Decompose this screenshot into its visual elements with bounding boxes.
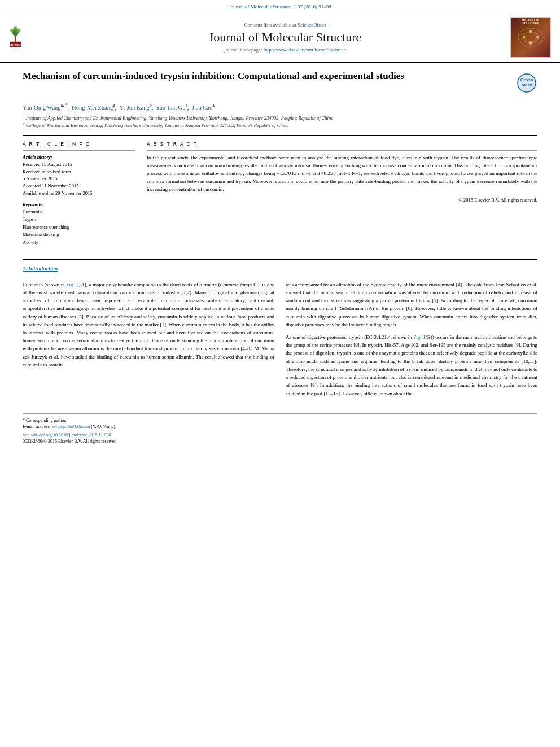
keywords-group: Keywords: Curcumin Trypsin Fluorescence … — [23, 202, 135, 247]
keyword-1: Curcumin — [23, 208, 135, 216]
accepted-date: Accepted 11 November 2015 — [23, 182, 135, 190]
abstract-text: In the present study, the experimental a… — [147, 154, 537, 194]
author-2: Hong-Mei Zhang — [72, 104, 113, 111]
keyword-5: Activity — [23, 239, 135, 247]
history-label: Article history: — [23, 154, 135, 160]
article-title-section: Mechanism of curcumin-induced trypsin in… — [23, 70, 537, 98]
intro-para-3: As one of digestive proteases, trypsin (… — [286, 333, 537, 397]
svg-line-14 — [531, 37, 537, 43]
introduction-heading-row: 1. Introduction — [23, 265, 537, 272]
elsevier-svg-icon: ELSEVIER — [9, 25, 57, 49]
email-link[interactable]: wyqing76@126.com — [52, 424, 90, 429]
received-date: Received 15 August 2015 — [23, 161, 135, 168]
homepage-anchor[interactable]: http://www.elsevier.com/locate/molstruc — [264, 47, 346, 53]
section-number: 1. Introduction — [23, 265, 58, 272]
svg-text:Cross: Cross — [520, 77, 533, 82]
intro-para-1: Curcumin (shown in Fig. 1, A), a major p… — [23, 281, 274, 369]
revised-label: Received in revised form — [23, 168, 135, 176]
affiliations: a Institute of Applied Chemistry and Env… — [23, 114, 537, 129]
elsevier-logo: ELSEVIER — [9, 25, 60, 50]
author-4: Yun-Lan Gu — [156, 104, 185, 111]
doi-link[interactable]: http://dx.doi.org/10.1016/j.molstruc.201… — [23, 433, 111, 438]
top-bar: Journal of Molecular Structure 1107 (201… — [0, 0, 560, 12]
author-3: Yi-Jun Kang — [119, 104, 149, 111]
footer-area: * Corresponding author. E-mail address: … — [23, 413, 537, 445]
footnotes: * Corresponding author. E-mail address: … — [23, 417, 537, 445]
article-content: Mechanism of curcumin-induced trypsin in… — [0, 63, 560, 456]
body-right-column: was accompanied by an alteration of the … — [286, 281, 537, 402]
author-5: Jian Cao — [192, 104, 212, 111]
keywords-list: Curcumin Trypsin Fluorescence quenching … — [23, 208, 135, 247]
svg-line-13 — [531, 32, 537, 37]
issn-text: 0022-2860/© 2015 Elsevier B.V. All right… — [23, 438, 537, 444]
affiliation-b: b College of Marine and Bio-engineering,… — [23, 121, 537, 129]
sciencedirect-anchor[interactable]: ScienceDirect — [298, 22, 326, 28]
sciencedirect-link: Contents lists available at ScienceDirec… — [60, 22, 510, 28]
article-title: Mechanism of curcumin-induced trypsin in… — [23, 70, 516, 82]
keyword-2: Trypsin — [23, 216, 135, 224]
fig1b-link[interactable]: Fig. 1 — [413, 334, 425, 340]
article-info-abstract: A R T I C L E I N F O Article history: R… — [23, 141, 537, 251]
author-1: Yan-Qing Wang — [23, 104, 61, 111]
abstract-copyright: © 2015 Elsevier B.V. All rights reserved… — [147, 197, 537, 203]
cover-art-svg — [514, 25, 548, 49]
svg-point-4 — [10, 28, 14, 32]
divider-1 — [23, 135, 537, 136]
journal-ref-link[interactable]: Journal of Molecular Structure 1107 (201… — [229, 4, 331, 10]
svg-text:ELSEVIER: ELSEVIER — [10, 43, 26, 46]
svg-rect-3 — [15, 36, 16, 42]
body-left-column: Curcumin (shown in Fig. 1, A), a major p… — [23, 281, 274, 402]
article-info-label: A R T I C L E I N F O — [23, 141, 135, 147]
article-info-column: A R T I C L E I N F O Article history: R… — [23, 141, 135, 251]
available-date: Available online 29 November 2015 — [23, 190, 135, 197]
svg-line-16 — [524, 32, 531, 37]
affiliation-a: a Institute of Applied Chemistry and Env… — [23, 114, 537, 122]
journal-title: Journal of Molecular Structure — [60, 30, 510, 45]
cover-title-text: MOLECULARSTRUCTURE — [522, 19, 540, 25]
crossmark-icon[interactable]: Cross Mark — [516, 72, 537, 94]
abstract-column: A B S T R A C T In the present study, th… — [147, 141, 537, 251]
article-history: Article history: Received 15 August 2015… — [23, 154, 135, 197]
journal-header: ELSEVIER Contents lists available at Sci… — [0, 12, 560, 63]
revised-date: 5 November 2015 — [23, 175, 135, 182]
journal-cover-image: MOLECULARSTRUCTURE — [510, 17, 551, 58]
email-footnote: E-mail address: wyqing76@126.com (Y.-Q. … — [23, 423, 537, 430]
svg-text:Mark: Mark — [522, 82, 532, 88]
divider-2 — [23, 259, 537, 260]
homepage-link: journal homepage: http://www.elsevier.co… — [60, 47, 510, 53]
authors: Yan-Qing Wanga, *, Hong-Mei Zhanga, Yi-J… — [23, 103, 537, 111]
article-info-box: Article history: Received 15 August 2015… — [23, 150, 135, 247]
corresponding-author: * Corresponding author. — [23, 417, 537, 423]
journal-center-block: Contents lists available at ScienceDirec… — [60, 22, 510, 53]
abstract-label: A B S T R A C T — [147, 141, 537, 147]
fig1a-link[interactable]: Fig. 1 — [66, 282, 78, 287]
abstract-box: In the present study, the experimental a… — [147, 150, 537, 203]
intro-para-2: was accompanied by an alteration of the … — [286, 281, 537, 329]
svg-line-15 — [524, 37, 531, 43]
svg-point-5 — [16, 28, 20, 32]
keyword-4: Molecular docking — [23, 231, 135, 239]
keyword-3: Fluorescence quenching — [23, 224, 135, 231]
body-columns: Curcumin (shown in Fig. 1, A), a major p… — [23, 281, 537, 402]
svg-point-6 — [14, 26, 18, 30]
keywords-label: Keywords: — [23, 202, 135, 207]
